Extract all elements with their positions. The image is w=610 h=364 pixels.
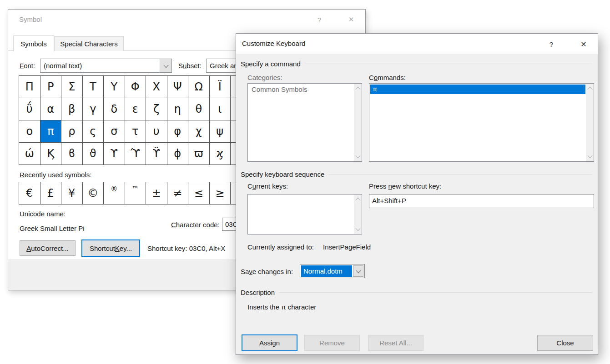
- symbol-cell[interactable]: Π: [19, 76, 40, 98]
- symbol-cell[interactable]: ψ: [210, 120, 231, 143]
- shortcut-key-button[interactable]: Shortcut Key...: [81, 239, 140, 257]
- symbol-cell[interactable]: η: [167, 98, 189, 120]
- symbol-cell[interactable]: χ: [188, 120, 210, 143]
- symbol-cell[interactable]: ς: [83, 120, 104, 143]
- save-changes-dropdown-button[interactable]: [353, 265, 363, 277]
- symbol-cell[interactable]: Τ: [83, 76, 104, 98]
- symbol-cell[interactable]: τ: [125, 120, 146, 143]
- symbol-cell[interactable]: Υ: [104, 76, 125, 98]
- symbol-cell[interactable]: ϑ: [83, 143, 104, 165]
- symbol-cell[interactable]: Ϗ: [40, 143, 62, 165]
- symbol-cell[interactable]: ϔ: [146, 143, 167, 165]
- symbol-cell[interactable]: ϖ: [188, 143, 210, 165]
- specify-sequence-group: Specify keyboard sequence: [241, 170, 592, 178]
- specify-command-group: Specify a command: [241, 60, 592, 68]
- font-dropdown-button[interactable]: [160, 59, 171, 72]
- recent-symbol-cell[interactable]: €: [19, 182, 40, 204]
- scroll-down-icon[interactable]: [355, 153, 360, 158]
- scroll-up-icon[interactable]: [587, 87, 592, 92]
- recent-symbol-cell[interactable]: ©: [83, 182, 104, 204]
- tab-special-characters[interactable]: Special Characters: [54, 36, 124, 51]
- symbol-grid[interactable]: ΠΡΣΤΥΦΧΨΩΪΫΰαβγδεζηθικοπρςστυφχψωώϏϐϑϒϓϔ…: [19, 75, 252, 165]
- symbol-cell[interactable]: ε: [125, 98, 146, 120]
- save-changes-label: Save changes in:: [241, 268, 293, 275]
- description-text: Inserts the π character: [247, 303, 316, 311]
- recent-symbol-cell[interactable]: ≠: [167, 182, 189, 204]
- symbol-cell[interactable]: Ψ: [167, 76, 189, 98]
- customize-keyboard-title: Customize Keyboard: [242, 40, 305, 47]
- close-icon[interactable]: ✕: [576, 37, 591, 51]
- recent-symbol-cell[interactable]: ™: [125, 182, 146, 204]
- symbol-cell[interactable]: Φ: [125, 76, 146, 98]
- press-new-key-label: Press new shortcut key:: [369, 182, 441, 190]
- reset-all-button: Reset All...: [368, 335, 423, 351]
- remove-button: Remove: [304, 335, 360, 351]
- recent-symbol-cell[interactable]: ≤: [188, 182, 210, 204]
- symbol-cell[interactable]: θ: [188, 98, 210, 120]
- font-dropdown[interactable]: (normal text): [40, 59, 172, 73]
- recent-grid[interactable]: €£¥©®™±≠≤≥÷: [19, 182, 252, 204]
- help-button[interactable]: ?: [312, 13, 327, 26]
- symbol-cell[interactable]: ϒ: [104, 143, 125, 165]
- help-button[interactable]: ?: [544, 37, 559, 51]
- specify-command-group-label: Specify a command: [241, 60, 301, 68]
- symbol-cell[interactable]: δ: [104, 98, 125, 120]
- scroll-up-icon[interactable]: [355, 87, 360, 92]
- current-keys-list[interactable]: [248, 194, 354, 234]
- symbol-cell[interactable]: Ω: [188, 76, 210, 98]
- recent-symbol-cell[interactable]: ¥: [61, 182, 83, 204]
- description-group: Description: [241, 289, 592, 296]
- symbol-cell[interactable]: ϐ: [61, 143, 83, 165]
- symbol-cell[interactable]: Χ: [146, 76, 167, 98]
- scroll-down-icon[interactable]: [587, 153, 592, 158]
- symbol-cell[interactable]: σ: [104, 120, 125, 143]
- symbol-cell[interactable]: υ: [146, 120, 167, 143]
- recent-symbol-cell[interactable]: ±: [146, 182, 167, 204]
- categories-list-item[interactable]: Common Symbols: [248, 84, 354, 93]
- unicode-name-value: Greek Small Letter Pi: [20, 224, 85, 232]
- shortcut-key-text: Shortcut key: 03C0, Alt+X: [147, 244, 225, 252]
- symbol-cell[interactable]: β: [61, 98, 83, 120]
- commands-listbox[interactable]: π: [369, 83, 594, 162]
- tab-symbols[interactable]: Symbols: [13, 35, 54, 51]
- symbol-cell[interactable]: ΰ: [19, 98, 40, 120]
- symbol-cell[interactable]: γ: [83, 98, 104, 120]
- recent-symbol-cell[interactable]: ®: [104, 182, 125, 204]
- scrollbar[interactable]: [354, 194, 362, 234]
- recent-symbol-cell[interactable]: £: [40, 182, 62, 204]
- commands-list-item-selected[interactable]: π: [370, 85, 585, 94]
- symbol-cell[interactable]: Ϊ: [210, 76, 231, 98]
- current-keys-listbox[interactable]: [247, 194, 362, 234]
- symbol-cell-selected[interactable]: π: [40, 120, 62, 143]
- symbol-cell[interactable]: α: [40, 98, 62, 120]
- symbol-cell[interactable]: φ: [167, 120, 189, 143]
- scrollbar[interactable]: [586, 84, 594, 161]
- categories-listbox[interactable]: Common Symbols: [247, 83, 362, 162]
- press-new-key-input[interactable]: Alt+Shift+P: [369, 194, 594, 208]
- assign-button[interactable]: Assign: [242, 334, 297, 351]
- symbol-cell[interactable]: ϕ: [167, 143, 189, 165]
- scroll-down-icon[interactable]: [355, 226, 360, 231]
- chevron-down-icon: [163, 62, 168, 67]
- close-icon[interactable]: ✕: [344, 13, 358, 26]
- symbol-cell[interactable]: ι: [210, 98, 231, 120]
- commands-list[interactable]: π: [369, 84, 586, 161]
- save-changes-dropdown[interactable]: Normal.dotm: [300, 264, 365, 278]
- chevron-down-icon: [356, 268, 361, 273]
- symbol-cell[interactable]: ρ: [61, 120, 83, 143]
- autocorrect-button[interactable]: AutoCorrect...: [20, 240, 76, 256]
- symbol-cell[interactable]: ϓ: [125, 143, 146, 165]
- unicode-name-label: Unicode name:: [20, 210, 66, 218]
- scroll-up-icon[interactable]: [355, 198, 360, 203]
- categories-list[interactable]: Common Symbols: [248, 84, 354, 161]
- symbol-cell[interactable]: Σ: [61, 76, 83, 98]
- symbol-cell[interactable]: Ρ: [40, 76, 62, 98]
- scrollbar[interactable]: [354, 84, 362, 161]
- symbol-cell[interactable]: ώ: [19, 143, 40, 165]
- close-button[interactable]: Close: [537, 335, 593, 351]
- character-code-label: Character code:: [171, 221, 220, 229]
- symbol-cell[interactable]: ϗ: [210, 143, 231, 165]
- recent-symbol-cell[interactable]: ≥: [210, 182, 231, 204]
- symbol-cell[interactable]: ζ: [146, 98, 167, 120]
- symbol-cell[interactable]: ο: [19, 120, 40, 143]
